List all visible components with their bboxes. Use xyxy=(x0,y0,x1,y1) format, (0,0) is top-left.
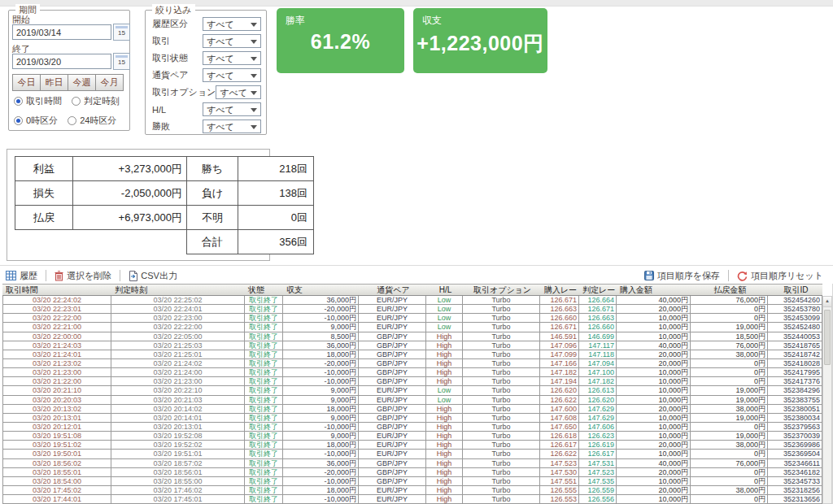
column-header-option[interactable]: 取引オプション xyxy=(463,285,540,295)
scrollbar-thumb[interactable] xyxy=(824,310,831,365)
chevron-down-icon xyxy=(251,125,257,129)
delete-selection-button[interactable]: 選択を削除 xyxy=(55,270,111,282)
reset-column-order-button[interactable]: 項目順序リセット xyxy=(737,270,823,282)
column-header-buy-rate[interactable]: 購入レー xyxy=(540,285,579,295)
cell-payout-amount: 38,000円 xyxy=(691,441,768,449)
filter-select-0[interactable]: すべて xyxy=(203,17,261,31)
cell-buy-amount: 20,000円 xyxy=(617,405,691,413)
cell-pair: GBP/JPY xyxy=(359,468,426,476)
cell-state: 取引終了 xyxy=(245,423,283,431)
table-row[interactable]: 03/20 18:55:0103/20 18:56:01取引終了-20,000円… xyxy=(2,468,822,477)
filter-select-6[interactable]: すべて xyxy=(203,119,261,133)
cell-hl: Low xyxy=(426,314,463,322)
cell-profit: 18,000円 xyxy=(283,441,359,449)
quick-date-button-1[interactable]: 昨日 xyxy=(41,74,68,91)
scroll-up-button[interactable]: ▲ xyxy=(823,297,831,307)
summary-label: 負け xyxy=(187,181,238,205)
table-row[interactable]: 03/20 21:24:0103/20 21:25:01取引終了18,000円G… xyxy=(2,350,822,359)
column-header-buy-amount[interactable]: 購入金額 xyxy=(617,285,691,295)
column-header-profit[interactable]: 収支 xyxy=(283,285,359,295)
save-column-order-button[interactable]: 項目順序を保存 xyxy=(644,270,720,282)
column-header-state[interactable]: 状態 xyxy=(245,285,283,295)
start-date-calendar-button[interactable]: 15 xyxy=(113,24,130,41)
table-row[interactable]: 03/20 20:12:0103/20 20:13:01取引終了-10,000円… xyxy=(2,423,822,432)
cell-hl: High xyxy=(426,377,463,385)
column-header-trade-id[interactable]: 取引ID xyxy=(768,285,822,295)
table-row[interactable]: 03/20 20:13:0203/20 20:14:02取引終了18,000円G… xyxy=(2,405,822,414)
table-row[interactable]: 03/20 19:50:0103/20 19:51:01取引終了-10,000円… xyxy=(2,450,822,458)
summary-label: 損失 xyxy=(15,181,72,205)
filter-select-4[interactable]: すべて xyxy=(216,85,261,99)
table-row[interactable]: 03/20 17:44:0103/20 17:45:01取引終了-10,000円… xyxy=(2,495,822,504)
history-button[interactable]: 履歴 xyxy=(6,270,37,282)
column-header-judge-rate[interactable]: 判定レー xyxy=(579,285,617,295)
cell-option: Turbo xyxy=(463,323,540,331)
table-row[interactable]: 03/20 21:22:0003/20 21:23:00取引終了-10,000円… xyxy=(2,377,822,386)
column-header-payout-amount[interactable]: 払戻金額 xyxy=(691,285,768,295)
quick-date-button-0[interactable]: 今日 xyxy=(12,74,41,91)
cell-trade-id: 352346611 xyxy=(768,459,822,467)
cell-judge-time: 03/20 20:21:03 xyxy=(111,396,245,404)
cell-option: Turbo xyxy=(463,296,540,304)
table-row[interactable]: 03/20 22:22:0003/20 22:23:00取引終了-10,000円… xyxy=(2,314,822,323)
table-row[interactable]: 03/20 19:51:0803/20 19:52:08取引終了9,000円EU… xyxy=(2,432,822,441)
day-split-option-0[interactable]: 0時区分 xyxy=(14,115,58,127)
table-row[interactable]: 03/20 20:21:1003/20 20:22:10取引終了9,000円EU… xyxy=(2,386,822,395)
table-scrollbar[interactable]: ▲ xyxy=(822,296,832,504)
cell-judge-time: 03/20 22:23:00 xyxy=(111,314,245,322)
table-row[interactable]: 03/20 21:23:0203/20 21:24:02取引終了-20,000円… xyxy=(2,359,822,368)
cell-pair: EUR/JPY xyxy=(359,396,426,404)
cell-option: Turbo xyxy=(463,386,540,394)
cell-state: 取引終了 xyxy=(245,405,283,413)
cell-option: Turbo xyxy=(463,314,540,322)
cell-payout-amount: 0円 xyxy=(691,477,768,485)
day-split-option-1[interactable]: 24時区分 xyxy=(68,115,116,127)
column-header-judge-time[interactable]: 判定時刻 xyxy=(111,285,245,295)
table-row[interactable]: 03/20 22:00:0003/20 22:05:00取引終了8,500円GB… xyxy=(2,332,822,341)
table-row[interactable]: 03/20 20:13:0103/20 20:14:01取引終了9,000円GB… xyxy=(2,414,822,423)
cell-pair: GBP/JPY xyxy=(359,459,426,467)
table-row[interactable]: 03/20 22:21:0003/20 22:22:00取引終了9,000円EU… xyxy=(2,323,822,332)
cell-buy-amount: 20,000円 xyxy=(617,359,691,367)
cell-payout-amount: 0円 xyxy=(691,468,768,476)
cell-profit: -20,000円 xyxy=(283,305,359,313)
summary-label: 不明 xyxy=(187,206,238,229)
table-row[interactable]: 03/20 21:23:0003/20 21:24:00取引終了-10,000円… xyxy=(2,368,822,377)
cell-buy-rate: 126.622 xyxy=(540,396,579,404)
table-row[interactable]: 03/20 22:23:0103/20 22:24:01取引終了-20,000円… xyxy=(2,305,822,314)
table-row[interactable]: 03/20 18:54:0003/20 18:55:00取引終了-10,000円… xyxy=(2,477,822,486)
trash-icon xyxy=(55,271,63,281)
column-header-hl[interactable]: H/L xyxy=(426,285,463,295)
summary-label: 勝ち xyxy=(187,157,238,180)
filter-select-3[interactable]: すべて xyxy=(203,68,261,82)
quick-date-button-3[interactable]: 今月 xyxy=(96,74,124,91)
cell-trade-time: 03/20 18:56:02 xyxy=(2,459,111,467)
end-date-input[interactable] xyxy=(12,54,111,69)
table-row[interactable]: 03/20 17:45:0203/20 17:46:02取引終了18,000円E… xyxy=(2,486,822,495)
filter-select-2[interactable]: すべて xyxy=(203,51,261,65)
filter-select-1[interactable]: すべて xyxy=(203,34,261,48)
cell-option: Turbo xyxy=(463,414,540,422)
cell-hl: High xyxy=(426,423,463,431)
column-header-trade-time[interactable]: 取引時間 xyxy=(2,285,111,295)
table-row[interactable]: 03/20 19:51:0203/20 19:52:02取引終了18,000円E… xyxy=(2,441,822,450)
cell-option: Turbo xyxy=(463,495,540,503)
quick-date-button-2[interactable]: 今週 xyxy=(68,74,96,91)
table-row[interactable]: 03/20 20:20:0303/20 20:21:03取引終了9,000円EU… xyxy=(2,396,822,405)
time-mode-option-1[interactable]: 判定時刻 xyxy=(72,95,120,107)
count-summary-table: 勝ち218回負け138回不明0回合計356回 xyxy=(186,156,314,254)
end-date-calendar-button[interactable]: 15 xyxy=(113,53,130,70)
cell-judge-rate: 147.182 xyxy=(579,377,617,385)
csv-export-button[interactable]: CSV出力 xyxy=(129,270,177,282)
table-row[interactable]: 03/20 18:56:0203/20 18:57:02取引終了36,000円G… xyxy=(2,459,822,468)
summary-label: 利益 xyxy=(15,157,72,180)
table-row[interactable]: 03/20 21:24:0303/20 21:25:03取引終了36,000円G… xyxy=(2,341,822,350)
table-row[interactable]: 03/20 22:24:0203/20 22:25:02取引終了36,000円E… xyxy=(2,296,822,305)
cell-buy-amount: 20,000円 xyxy=(617,350,691,358)
start-date-input[interactable] xyxy=(12,24,111,40)
column-header-pair[interactable]: 通貨ペア xyxy=(359,285,426,295)
filter-select-5[interactable]: すべて xyxy=(203,102,261,116)
cell-pair: EUR/JPY xyxy=(359,323,426,331)
time-mode-option-0[interactable]: 取引時間 xyxy=(14,95,62,107)
cell-buy-rate: 126.620 xyxy=(540,386,579,394)
